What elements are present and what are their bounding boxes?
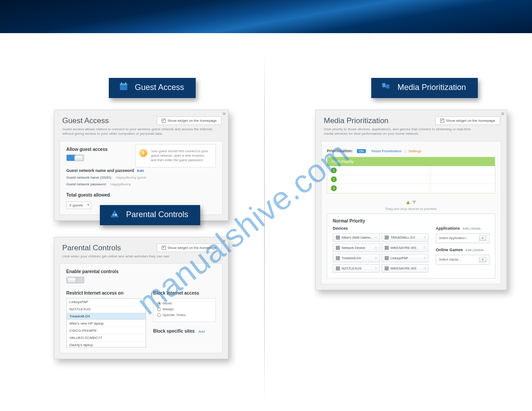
priority-slot[interactable]: 3 [327, 184, 495, 193]
check-icon [162, 119, 166, 123]
application-select[interactable]: Select Application... ▾ [436, 233, 489, 243]
device-chip[interactable]: Treadmill-DX≡ [333, 254, 380, 262]
device-chip[interactable]: MIKESAYRE-WS≡ [382, 264, 429, 273]
list-item[interactable]: Mike's new HP laptop [67, 320, 146, 327]
radio-icon [157, 313, 161, 317]
edit-link[interactable]: Edit [137, 169, 144, 173]
prioritization-tabs: Prioritization: ON Reset Prioritization … [327, 146, 495, 157]
check-icon [162, 246, 166, 250]
device-chip[interactable]: LinksysPAP≡ [382, 254, 429, 262]
device-chip[interactable]: Mike's 2008 Gatew...≡ [333, 233, 380, 242]
list-item[interactable]: NZXTLEXUS [67, 306, 146, 313]
radio-icon [157, 302, 161, 305]
games-label: Online Games [436, 248, 463, 252]
show-widget-label: Show widget on the homepage [167, 119, 217, 123]
guest-name-pw-label: Guest network name and password [66, 168, 134, 173]
guest-pw-label: Guest network password: [66, 182, 107, 186]
grip-icon: ≡ [375, 246, 377, 250]
game-select[interactable]: Select Game... ▾ [436, 255, 489, 265]
svg-point-6 [115, 214, 117, 216]
media-icon [381, 81, 391, 94]
restrict-device-list[interactable]: LinksysPAP NZXTLEXUS Treadmill-DX Mike's… [66, 298, 146, 347]
games-links[interactable]: Edit | Delete [466, 248, 484, 252]
svg-marker-4 [111, 210, 119, 218]
high-priority-block: High Priority 1 2 3 [327, 157, 495, 193]
check-icon [440, 119, 444, 123]
devices-label: Devices [333, 226, 429, 231]
list-item[interactable]: Daddy's laptop [67, 342, 146, 347]
device-icon [385, 235, 389, 240]
show-widget-checkbox[interactable]: Show widget on the homepage [157, 116, 222, 125]
svg-rect-8 [386, 84, 390, 89]
column-separator [264, 51, 265, 400]
applications-links[interactable]: Edit | Delete [463, 227, 481, 230]
enable-parental-toggle[interactable] [66, 277, 84, 283]
media-prioritization-panel: ✕ Media Prioritization Give priority to … [315, 110, 507, 290]
separator: | [404, 149, 405, 153]
media-prioritization-subtitle: Give priority to those devices, applicat… [324, 127, 476, 137]
prioritization-label: Prioritization: [327, 149, 353, 153]
svg-rect-1 [120, 84, 128, 86]
guest-pw-value: HappyBunny [111, 182, 131, 186]
application-select-text: Select Application... [439, 236, 468, 240]
list-item[interactable]: CISCO-PKEMPE [67, 327, 146, 334]
grip-icon: ≡ [424, 256, 425, 260]
list-item[interactable]: VALUED-2CA80C77 [67, 334, 146, 342]
show-widget-checkbox[interactable]: Show widget on the homepage [435, 116, 500, 125]
device-chip[interactable]: TREADMILL-DX≡ [382, 233, 429, 242]
device-chip[interactable]: MIKESAYRE-WS≡ [382, 244, 429, 252]
parental-controls-section: Parental Controls ✕ Parental Controls Li… [54, 205, 228, 359]
parental-controls-subtitle: Limit when your children get online and … [62, 254, 215, 259]
priority-slot[interactable]: 2 [327, 175, 495, 184]
device-chip[interactable]: Network Device≡ [333, 244, 380, 252]
svg-rect-2 [121, 82, 122, 85]
dropdown-icon: ▾ [479, 257, 486, 262]
guest-pw-line: Guest network password: HappyBunny [66, 182, 216, 186]
grip-icon: ≡ [375, 235, 377, 240]
show-widget-label: Show widget on the homepage [446, 119, 495, 123]
allow-guest-toggle[interactable] [66, 154, 84, 161]
guest-access-subtitle: Guest access allows visitors to connect … [62, 127, 215, 137]
calendar-icon [119, 81, 129, 94]
drag-hint-text: Drag and drop devices to prioritize [327, 207, 495, 211]
device-icon [385, 246, 389, 250]
arrow-up-icon: ▲ [405, 198, 411, 206]
right-column: Media Prioritization ✕ Media Prioritizat… [277, 33, 532, 411]
arrow-down-icon: ▼ [411, 198, 417, 206]
device-grid: Mike's 2008 Gatew...≡ TREADMILL-DX≡ Netw… [333, 233, 429, 273]
list-item[interactable]: LinksysPAP [67, 299, 146, 306]
prioritization-on-badge[interactable]: ON [357, 149, 366, 153]
parental-controls-panel: ✕ Parental Controls Limit when your chil… [54, 237, 228, 359]
priority-slot[interactable]: 1 [327, 166, 495, 175]
block-radio[interactable]: Always [157, 307, 212, 311]
device-icon [385, 256, 389, 260]
svg-rect-3 [125, 82, 126, 85]
enable-parental-label: Enable parental controls [66, 269, 216, 274]
media-prioritization-banner: Media Prioritization [371, 78, 477, 98]
drag-hint: ▲▼ Drag and drop devices to prioritize [327, 193, 495, 214]
slot-number: 2 [331, 176, 337, 182]
device-icon [336, 246, 340, 250]
parental-icon [110, 209, 120, 221]
guest-access-panel: ✕ Guest Access Guest access allows visit… [54, 110, 228, 221]
reset-prioritization-link[interactable]: Reset Prioritization [372, 149, 402, 153]
dropdown-icon: ▾ [479, 235, 486, 241]
list-item[interactable]: Treadmill-DX [67, 313, 146, 320]
show-widget-checkbox[interactable]: Show widget on the homepage [157, 244, 222, 252]
game-select-text: Select Game... [439, 257, 461, 261]
block-radio[interactable]: Specific Times [157, 313, 212, 317]
guest-ssid-label: Guest network name (SSID): [66, 176, 112, 180]
page-area: Guest Access ✕ Guest Access Guest access… [0, 33, 532, 411]
device-chip[interactable]: NZXTLEXUS≡ [333, 264, 380, 273]
grip-icon: ≡ [375, 256, 377, 260]
block-radio[interactable]: Never [157, 301, 212, 305]
restrict-access-label: Restrict Internet access on [66, 291, 146, 295]
guest-access-section: Guest Access ✕ Guest Access Guest access… [54, 78, 228, 221]
slot-number: 3 [331, 185, 337, 191]
device-icon [336, 266, 340, 270]
grip-icon: ≡ [375, 266, 377, 270]
media-prioritization-banner-label: Media Prioritization [397, 83, 466, 92]
settings-link[interactable]: Settings [408, 149, 421, 153]
grip-icon: ≡ [424, 266, 425, 270]
add-link[interactable]: Add [198, 330, 205, 334]
